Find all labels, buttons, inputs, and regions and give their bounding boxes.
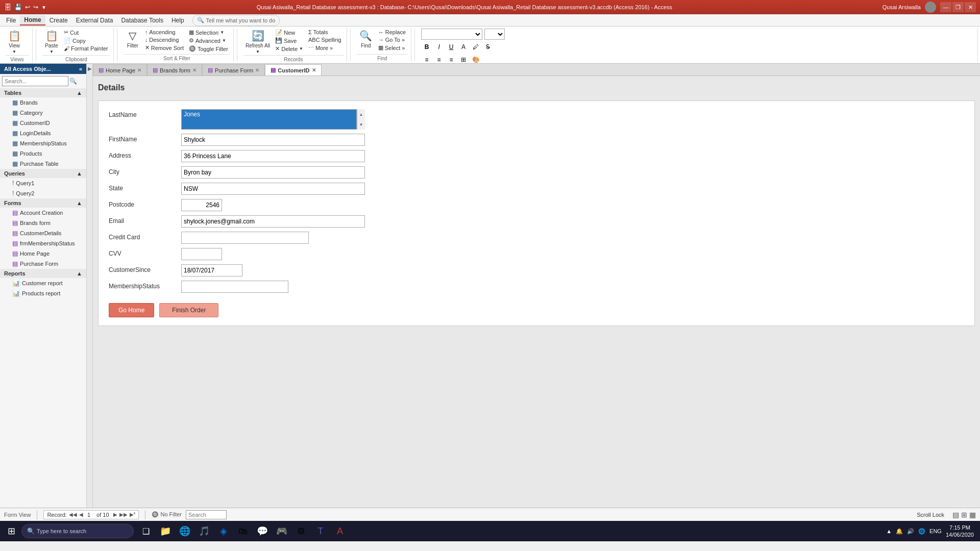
doc-tab-purchase-form[interactable]: ▤ Purchase Form ✕ (202, 64, 265, 76)
nav-item-products-report[interactable]: 📊Products report (0, 288, 86, 298)
taskbar-task-view[interactable]: ❑ (137, 522, 155, 540)
tray-volume-icon[interactable]: 🔊 (907, 528, 914, 535)
nav-search-input[interactable] (2, 76, 68, 86)
goto-button[interactable]: → Go To » (376, 36, 408, 43)
layout-view-icon[interactable]: ⊞ (961, 511, 967, 519)
totals-button[interactable]: Σ Totals (306, 29, 344, 36)
nav-item-purchase-table[interactable]: ▦Purchase Table (0, 159, 86, 169)
nav-expand-arrow[interactable]: ▶ (87, 64, 93, 508)
finish-order-button[interactable]: Finish Order (159, 303, 218, 317)
nav-item-category[interactable]: ▦Category (0, 108, 86, 118)
city-input[interactable]: Byron bay (181, 166, 365, 179)
quick-access-save[interactable]: 💾 (14, 4, 22, 11)
find-button[interactable]: 🔍 Find (357, 29, 375, 49)
nav-item-customerid[interactable]: ▦CustomerID (0, 118, 86, 128)
ascending-button[interactable]: ↑ Ascending (143, 29, 186, 36)
nav-item-home-page[interactable]: ▤Home Page (0, 248, 86, 259)
firstname-input[interactable]: Shylock (181, 134, 365, 146)
tell-me-bar[interactable]: 🔍 Tell me what you want to do (192, 15, 280, 26)
tray-clock[interactable]: 7:15 PM 14/06/2020 (946, 524, 974, 539)
go-home-button[interactable]: Go Home (109, 303, 154, 317)
nav-section-tables[interactable]: Tables ▲ (0, 88, 86, 97)
form-view-icon[interactable]: ▤ (952, 511, 959, 519)
start-button[interactable]: ⊞ (2, 522, 20, 540)
highlight-button[interactable]: 🖊 (470, 41, 481, 53)
nav-item-membershipstatus[interactable]: ▦MembershipStatus (0, 138, 86, 148)
format-painter-button[interactable]: 🖌 Format Painter (62, 45, 110, 52)
menu-help[interactable]: Help (167, 16, 188, 25)
quick-access-redo[interactable]: ↪ (33, 4, 38, 11)
nav-section-queries[interactable]: Queries ▲ (0, 169, 86, 178)
nav-item-customerdetails[interactable]: ▤CustomerDetails (0, 228, 86, 238)
nav-item-frmmembershipstatus[interactable]: ▤frmMembershipStatus (0, 238, 86, 248)
italic-button[interactable]: I (433, 41, 445, 53)
selection-button[interactable]: ▦ Selection ▼ (187, 29, 230, 36)
nav-section-reports[interactable]: Reports ▲ (0, 269, 86, 278)
taskbar-store[interactable]: 🛍 (234, 522, 252, 540)
postcode-input[interactable]: 2546 (181, 199, 222, 211)
doc-tab-customerid[interactable]: ▤ CustomerID ✕ (265, 64, 321, 76)
tray-show-hidden[interactable]: ▲ (886, 528, 892, 534)
tray-network-icon[interactable]: 🌐 (918, 528, 925, 535)
font-size-select[interactable] (484, 29, 505, 40)
state-input[interactable]: NSW (181, 183, 365, 195)
quick-access-more[interactable]: ▼ (41, 5, 46, 10)
taskbar-file-explorer[interactable]: 📁 (156, 522, 175, 540)
quick-access-undo[interactable]: ↩ (25, 4, 30, 11)
brands-form-tab-close-icon[interactable]: ✕ (192, 67, 197, 73)
creditcard-input[interactable] (181, 232, 309, 244)
replace-button[interactable]: ↔ Replace (376, 29, 408, 36)
nav-item-purchase-form[interactable]: ▤Purchase Form (0, 259, 86, 269)
nav-item-customer-report[interactable]: 📊Customer report (0, 278, 86, 288)
new-record-button[interactable]: 📝 New (273, 29, 305, 36)
record-prev-btn[interactable]: ◀ (79, 512, 83, 517)
taskbar-search[interactable]: 🔍 Type here to search (21, 524, 134, 538)
record-next-btn[interactable]: ▶ (113, 512, 117, 517)
doc-tab-brands-form[interactable]: ▤ Brands form ✕ (147, 64, 202, 76)
taskbar-access[interactable]: A (331, 522, 349, 540)
taskbar-spotify[interactable]: 🎵 (195, 522, 213, 540)
save-record-button[interactable]: 💾 Save (273, 37, 305, 44)
record-first-btn[interactable]: ◀◀ (69, 512, 77, 517)
nav-item-query1[interactable]: !Query1 (0, 178, 86, 188)
menu-file[interactable]: File (2, 16, 20, 25)
menu-create[interactable]: Create (45, 16, 72, 25)
menu-database-tools[interactable]: Database Tools (117, 16, 167, 25)
nav-search-icon[interactable]: 🔍 (69, 78, 77, 85)
nav-item-products[interactable]: ▦Products (0, 148, 86, 159)
delete-record-button[interactable]: ✕ Delete ▼ (273, 45, 305, 53)
paste-button[interactable]: 📋 Paste ▼ (42, 29, 61, 55)
font-family-select[interactable] (421, 29, 482, 40)
restore-button[interactable]: ❐ (952, 2, 964, 12)
bold-button[interactable]: B (421, 41, 432, 53)
taskbar-edge[interactable]: ◈ (214, 522, 233, 540)
view-button[interactable]: 📋 View ▼ (5, 29, 23, 55)
nav-item-brands[interactable]: ▦Brands (0, 97, 86, 108)
menu-external-data[interactable]: External Data (72, 16, 117, 25)
lastname-scroll-up[interactable]: ▲ (357, 109, 365, 119)
more-button[interactable]: ⋯ More » (306, 44, 344, 52)
nav-item-logindetails[interactable]: ▦LoginDetails (0, 128, 86, 138)
tray-notification-icon[interactable]: 🔔 (896, 528, 903, 535)
remove-sort-button[interactable]: ✕ Remove Sort (143, 44, 186, 52)
descending-button[interactable]: ↓ Descending (143, 36, 186, 43)
close-button[interactable]: ✕ (965, 2, 976, 12)
refresh-button[interactable]: 🔄 Refresh All ▼ (243, 29, 272, 55)
font-color-button[interactable]: A (458, 41, 469, 53)
taskbar-chrome[interactable]: 🌐 (176, 522, 194, 540)
strikethrough-button[interactable]: S̶ (482, 41, 494, 53)
record-new-btn[interactable]: ▶* (130, 512, 136, 517)
taskbar-steam[interactable]: 🎮 (273, 522, 291, 540)
advanced-button[interactable]: ⚙ Advanced ▼ (187, 37, 230, 44)
customerid-tab-close-icon[interactable]: ✕ (312, 67, 316, 73)
taskbar-teams[interactable]: T (311, 522, 330, 540)
nav-item-brands-form[interactable]: ▤Brands form (0, 218, 86, 228)
home-page-tab-close-icon[interactable]: ✕ (137, 67, 141, 73)
taskbar-skype[interactable]: 💬 (253, 522, 272, 540)
nav-item-query2[interactable]: !Query2 (0, 188, 86, 198)
tray-language[interactable]: ENG (929, 528, 942, 534)
nav-collapse-icon[interactable]: « (79, 66, 82, 72)
membershipstatus-input[interactable] (181, 281, 288, 293)
cvv-input[interactable] (181, 248, 222, 260)
email-input[interactable]: shylock.jones@gmail.com (181, 215, 365, 228)
